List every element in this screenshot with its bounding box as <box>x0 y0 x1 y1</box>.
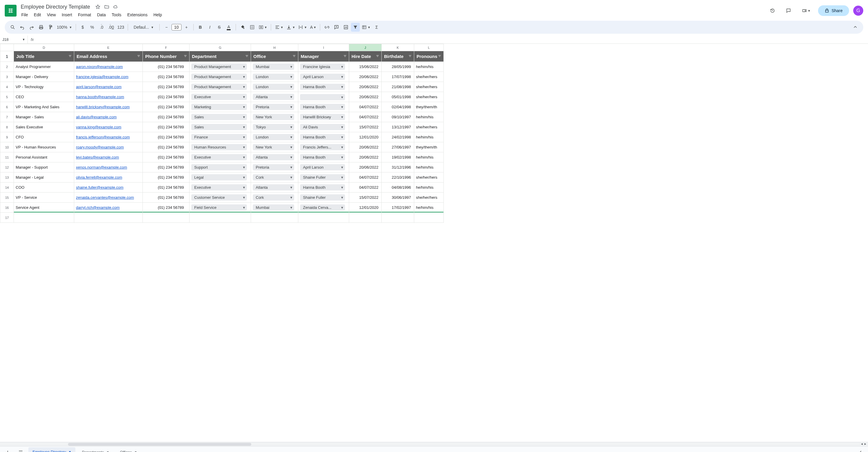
cell[interactable]: New York▾ <box>251 112 298 122</box>
dropdown-chip[interactable]: Support▾ <box>191 164 247 171</box>
cell[interactable]: (01) 234 56789 <box>143 132 189 142</box>
add-sheet-button[interactable] <box>2 447 13 452</box>
cell[interactable]: he/him/his <box>414 132 444 142</box>
cell[interactable] <box>143 213 189 223</box>
cell[interactable]: she/her/hers <box>414 173 444 182</box>
cell[interactable]: she/her/hers <box>414 82 444 92</box>
table-header-cell[interactable]: Job Title <box>14 51 74 62</box>
sheet-tab[interactable]: Offices▼ <box>116 447 141 452</box>
cell[interactable]: 20/06/2022 <box>349 82 382 92</box>
dropdown-chip[interactable]: Cork▾ <box>253 174 294 180</box>
cell[interactable]: VP - Service <box>14 192 74 203</box>
cell[interactable]: Atlanta▾ <box>251 152 298 162</box>
explore-button[interactable] <box>855 447 866 452</box>
star-icon[interactable] <box>95 4 101 10</box>
dropdown-chip[interactable]: Marketing▾ <box>191 104 247 110</box>
dropdown-chip[interactable]: ▾ <box>300 94 345 100</box>
comments-icon[interactable] <box>782 5 795 17</box>
cell[interactable]: 15/06/2022 <box>349 62 382 72</box>
dropdown-chip[interactable]: Legal▾ <box>191 174 247 180</box>
email-link[interactable]: francis.jefferson@example.com <box>76 135 130 139</box>
cell[interactable]: xenos.norman@example.com <box>74 162 143 173</box>
font-size-increase-button[interactable]: + <box>182 23 191 32</box>
dropdown-chip[interactable]: April Larson▾ <box>300 74 345 80</box>
dropdown-chip[interactable]: Hanna Booth▾ <box>300 154 345 160</box>
dropdown-chip[interactable]: New York▾ <box>253 114 294 120</box>
cell[interactable]: he/him/his <box>414 182 444 192</box>
meet-icon[interactable]: ▼ <box>799 5 814 17</box>
column-header-E[interactable]: E <box>74 44 143 51</box>
email-link[interactable]: darryl.rich@example.com <box>76 205 120 210</box>
cell[interactable]: 30/06/1997 <box>382 192 414 203</box>
column-header-H[interactable]: H <box>251 44 298 51</box>
filter-dropdown-icon[interactable] <box>292 54 296 59</box>
cell[interactable]: 13/12/1997 <box>382 122 414 132</box>
dropdown-chip[interactable]: Hanna Booth▾ <box>300 104 345 110</box>
column-header-G[interactable]: G <box>189 44 251 51</box>
table-header-cell[interactable]: Email Address <box>74 51 143 62</box>
cell[interactable]: francine.iglesia@example.com <box>74 72 143 82</box>
cell[interactable]: 12/01/2020 <box>349 203 382 213</box>
font-size-decrease-button[interactable]: − <box>162 23 171 32</box>
cell[interactable]: april.larson@example.com <box>74 82 143 92</box>
filter-dropdown-icon[interactable] <box>68 54 72 59</box>
email-link[interactable]: april.larson@example.com <box>76 85 122 89</box>
cell[interactable] <box>382 213 414 223</box>
email-link[interactable]: roary.moody@example.com <box>76 145 124 149</box>
menu-view[interactable]: View <box>44 11 58 18</box>
cell[interactable]: (01) 234 56789 <box>143 72 189 82</box>
cell[interactable]: olivia.ferrell@example.com <box>74 173 143 182</box>
print-icon[interactable] <box>37 23 45 32</box>
dropdown-chip[interactable]: Sales▾ <box>191 114 247 120</box>
cell[interactable]: 09/10/1997 <box>382 112 414 122</box>
cell[interactable]: Mumbai▾ <box>251 203 298 213</box>
search-icon[interactable] <box>8 23 17 32</box>
collapse-toolbar-icon[interactable] <box>851 23 860 32</box>
cell[interactable]: he/him/his <box>414 203 444 213</box>
table-header-cell[interactable]: Manager <box>298 51 349 62</box>
italic-button[interactable]: I <box>206 23 214 32</box>
cell[interactable]: Hanna Booth▾ <box>298 152 349 162</box>
cell[interactable]: Product Management▾ <box>189 72 251 82</box>
cell[interactable]: Human Resources▾ <box>189 142 251 152</box>
dropdown-chip[interactable]: Executive▾ <box>191 184 247 190</box>
cell[interactable]: Support▾ <box>189 162 251 173</box>
cell[interactable]: 22/10/1996 <box>382 173 414 182</box>
cell[interactable] <box>349 213 382 223</box>
email-link[interactable]: olivia.ferrell@example.com <box>76 175 122 180</box>
cell[interactable]: April Larson▾ <box>298 72 349 82</box>
row-header[interactable]: 7 <box>0 112 14 122</box>
cell[interactable]: Sales▾ <box>189 122 251 132</box>
cell[interactable]: Customer Service▾ <box>189 192 251 203</box>
cell[interactable]: Sales Executive <box>14 122 74 132</box>
row-header[interactable]: 10 <box>0 142 14 152</box>
cell[interactable]: 15/07/2022 <box>349 122 382 132</box>
cell[interactable]: VP - Human Resources <box>14 142 74 152</box>
cell[interactable]: Mumbai▾ <box>251 62 298 72</box>
cell[interactable]: Manager - Legal <box>14 173 74 182</box>
cell[interactable]: 20/06/2022 <box>349 142 382 152</box>
cell[interactable]: she/her/hers <box>414 92 444 102</box>
cell[interactable]: Field Service▾ <box>189 203 251 213</box>
decrease-decimal-button[interactable]: .0← <box>97 23 106 32</box>
redo-icon[interactable] <box>27 23 36 32</box>
cell[interactable]: 17/02/1997 <box>382 203 414 213</box>
dropdown-chip[interactable]: Shaine Fuller▾ <box>300 174 345 180</box>
cell[interactable]: 04/08/1996 <box>382 182 414 192</box>
column-header-F[interactable]: F <box>143 44 189 51</box>
cell[interactable]: (01) 234 56789 <box>143 122 189 132</box>
row-header[interactable]: 5 <box>0 92 14 102</box>
cell[interactable]: (01) 234 56789 <box>143 112 189 122</box>
formula-bar-input[interactable] <box>37 35 868 43</box>
email-link[interactable]: shaine.fuller@example.com <box>76 185 124 190</box>
cell[interactable]: New York▾ <box>251 142 298 152</box>
cell[interactable]: Manager - Delivery <box>14 72 74 82</box>
column-header-L[interactable]: L <box>414 44 444 51</box>
cell[interactable]: Pretoria▾ <box>251 102 298 112</box>
cell[interactable]: 28/05/1999 <box>382 62 414 72</box>
filter-dropdown-icon[interactable] <box>183 54 187 59</box>
cell[interactable]: (01) 234 56789 <box>143 142 189 152</box>
dropdown-chip[interactable]: Human Resources▾ <box>191 144 247 150</box>
scrollbar-thumb[interactable] <box>68 443 251 446</box>
email-link[interactable]: ali.davis@example.com <box>76 115 117 119</box>
